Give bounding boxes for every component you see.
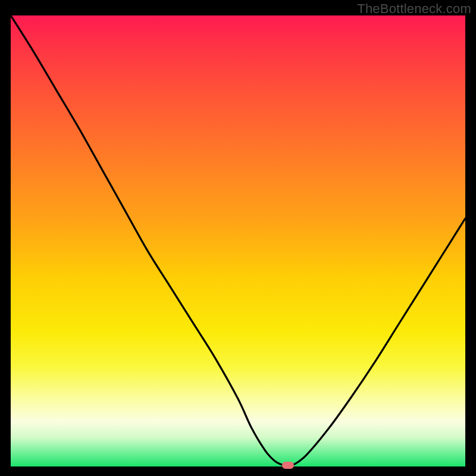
chart-container: TheBottleneck.com [0,0,476,476]
curve-path [11,15,465,466]
bottleneck-curve [11,15,465,466]
plot-area [11,15,465,466]
min-point-marker [282,462,294,469]
watermark-text: TheBottleneck.com [357,1,471,17]
